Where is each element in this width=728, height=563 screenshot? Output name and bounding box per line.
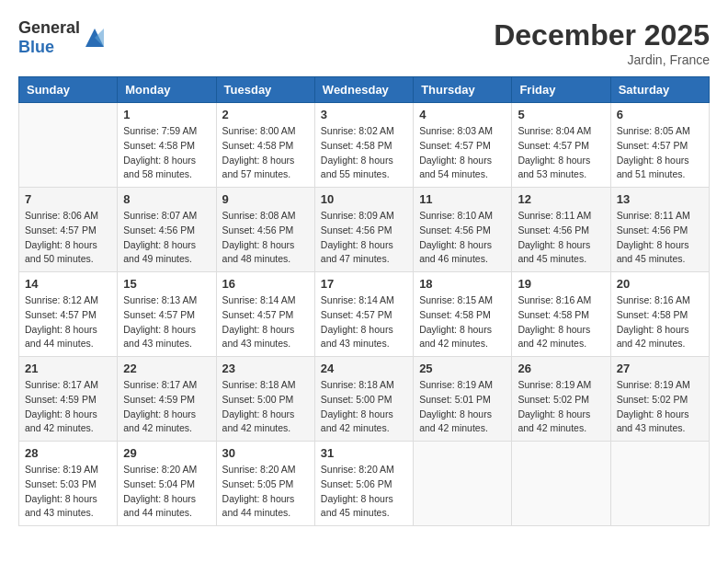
- weekday-header-wednesday: Wednesday: [314, 77, 413, 103]
- day-info: Sunrise: 8:11 AMSunset: 4:56 PMDaylight:…: [518, 209, 604, 267]
- location-label: Jardin, France: [494, 52, 710, 67]
- day-info: Sunrise: 8:08 AMSunset: 4:56 PMDaylight:…: [222, 209, 309, 267]
- calendar-day-cell: [610, 442, 709, 526]
- day-info: Sunrise: 8:15 AMSunset: 4:58 PMDaylight:…: [419, 293, 506, 351]
- day-number: 20: [617, 277, 703, 291]
- calendar-day-cell: [19, 103, 118, 188]
- calendar-day-cell: 9Sunrise: 8:08 AMSunset: 4:56 PMDaylight…: [216, 188, 314, 272]
- calendar-day-cell: [414, 442, 512, 526]
- weekday-header-row: SundayMondayTuesdayWednesdayThursdayFrid…: [19, 77, 710, 103]
- calendar-day-cell: 3Sunrise: 8:02 AMSunset: 4:58 PMDaylight…: [314, 103, 413, 188]
- logo-blue: Blue: [18, 38, 54, 56]
- calendar-week-row: 7Sunrise: 8:06 AMSunset: 4:57 PMDaylight…: [19, 188, 710, 272]
- day-number: 15: [123, 277, 210, 291]
- calendar-day-cell: 2Sunrise: 8:00 AMSunset: 4:58 PMDaylight…: [216, 103, 314, 188]
- calendar-day-cell: 17Sunrise: 8:14 AMSunset: 4:57 PMDayligh…: [314, 272, 413, 357]
- calendar-day-cell: 8Sunrise: 8:07 AMSunset: 4:56 PMDaylight…: [118, 188, 216, 272]
- day-number: 1: [123, 108, 210, 121]
- calendar-day-cell: 15Sunrise: 8:13 AMSunset: 4:57 PMDayligh…: [118, 272, 216, 357]
- day-number: 28: [25, 446, 111, 460]
- calendar-day-cell: 26Sunrise: 8:19 AMSunset: 5:02 PMDayligh…: [512, 357, 610, 442]
- day-number: 17: [321, 277, 407, 291]
- day-number: 25: [419, 362, 506, 375]
- title-section: December 2025 Jardin, France: [494, 18, 710, 67]
- calendar-day-cell: [512, 442, 610, 526]
- day-info: Sunrise: 8:14 AMSunset: 4:57 PMDaylight:…: [321, 293, 407, 351]
- page-header: General Blue December 2025 Jardin, Franc…: [18, 18, 710, 67]
- weekday-header-sunday: Sunday: [19, 77, 118, 103]
- calendar-day-cell: 14Sunrise: 8:12 AMSunset: 4:57 PMDayligh…: [19, 272, 118, 357]
- day-number: 4: [419, 108, 506, 121]
- day-number: 5: [518, 108, 604, 121]
- day-number: 8: [123, 192, 210, 206]
- calendar-day-cell: 19Sunrise: 8:16 AMSunset: 4:58 PMDayligh…: [512, 272, 610, 357]
- logo: General Blue: [18, 18, 108, 57]
- day-info: Sunrise: 7:59 AMSunset: 4:58 PMDaylight:…: [123, 124, 210, 182]
- day-info: Sunrise: 8:06 AMSunset: 4:57 PMDaylight:…: [25, 209, 111, 267]
- calendar-day-cell: 23Sunrise: 8:18 AMSunset: 5:00 PMDayligh…: [216, 357, 314, 442]
- calendar-day-cell: 10Sunrise: 8:09 AMSunset: 4:56 PMDayligh…: [314, 188, 413, 272]
- day-info: Sunrise: 8:02 AMSunset: 4:58 PMDaylight:…: [321, 124, 407, 182]
- day-number: 29: [123, 446, 210, 460]
- calendar-day-cell: 13Sunrise: 8:11 AMSunset: 4:56 PMDayligh…: [610, 188, 709, 272]
- day-info: Sunrise: 8:19 AMSunset: 5:01 PMDaylight:…: [419, 378, 506, 436]
- day-info: Sunrise: 8:11 AMSunset: 4:56 PMDaylight:…: [617, 209, 703, 267]
- day-number: 2: [222, 108, 309, 121]
- logo-general: General: [18, 18, 80, 37]
- calendar-table: SundayMondayTuesdayWednesdayThursdayFrid…: [18, 76, 710, 526]
- day-number: 31: [321, 446, 407, 460]
- calendar-day-cell: 27Sunrise: 8:19 AMSunset: 5:02 PMDayligh…: [610, 357, 709, 442]
- day-info: Sunrise: 8:20 AMSunset: 5:04 PMDaylight:…: [123, 463, 210, 521]
- calendar-day-cell: 25Sunrise: 8:19 AMSunset: 5:01 PMDayligh…: [414, 357, 512, 442]
- day-number: 14: [25, 277, 111, 291]
- day-number: 6: [617, 108, 703, 121]
- day-info: Sunrise: 8:00 AMSunset: 4:58 PMDaylight:…: [222, 124, 309, 182]
- day-info: Sunrise: 8:16 AMSunset: 4:58 PMDaylight:…: [518, 293, 604, 351]
- day-info: Sunrise: 8:07 AMSunset: 4:56 PMDaylight:…: [123, 209, 210, 267]
- calendar-day-cell: 31Sunrise: 8:20 AMSunset: 5:06 PMDayligh…: [314, 442, 413, 526]
- day-info: Sunrise: 8:09 AMSunset: 4:56 PMDaylight:…: [321, 209, 407, 267]
- weekday-header-tuesday: Tuesday: [216, 77, 314, 103]
- day-info: Sunrise: 8:18 AMSunset: 5:00 PMDaylight:…: [222, 378, 309, 436]
- logo-text: General Blue: [18, 18, 80, 57]
- day-number: 13: [617, 192, 703, 206]
- logo-icon: [82, 25, 108, 51]
- day-number: 27: [617, 362, 703, 375]
- day-info: Sunrise: 8:17 AMSunset: 4:59 PMDaylight:…: [123, 378, 210, 436]
- calendar-week-row: 21Sunrise: 8:17 AMSunset: 4:59 PMDayligh…: [19, 357, 710, 442]
- calendar-day-cell: 29Sunrise: 8:20 AMSunset: 5:04 PMDayligh…: [118, 442, 216, 526]
- day-number: 16: [222, 277, 309, 291]
- day-info: Sunrise: 8:19 AMSunset: 5:02 PMDaylight:…: [518, 378, 604, 436]
- day-info: Sunrise: 8:10 AMSunset: 4:56 PMDaylight:…: [419, 209, 506, 267]
- calendar-day-cell: 5Sunrise: 8:04 AMSunset: 4:57 PMDaylight…: [512, 103, 610, 188]
- day-number: 10: [321, 192, 407, 206]
- calendar-day-cell: 4Sunrise: 8:03 AMSunset: 4:57 PMDaylight…: [414, 103, 512, 188]
- calendar-day-cell: 12Sunrise: 8:11 AMSunset: 4:56 PMDayligh…: [512, 188, 610, 272]
- day-info: Sunrise: 8:19 AMSunset: 5:02 PMDaylight:…: [617, 378, 703, 436]
- calendar-day-cell: 28Sunrise: 8:19 AMSunset: 5:03 PMDayligh…: [19, 442, 118, 526]
- calendar-week-row: 1Sunrise: 7:59 AMSunset: 4:58 PMDaylight…: [19, 103, 710, 188]
- calendar-day-cell: 21Sunrise: 8:17 AMSunset: 4:59 PMDayligh…: [19, 357, 118, 442]
- calendar-day-cell: 16Sunrise: 8:14 AMSunset: 4:57 PMDayligh…: [216, 272, 314, 357]
- calendar-week-row: 14Sunrise: 8:12 AMSunset: 4:57 PMDayligh…: [19, 272, 710, 357]
- calendar-day-cell: 20Sunrise: 8:16 AMSunset: 4:58 PMDayligh…: [610, 272, 709, 357]
- day-info: Sunrise: 8:20 AMSunset: 5:06 PMDaylight:…: [321, 463, 407, 521]
- day-info: Sunrise: 8:14 AMSunset: 4:57 PMDaylight:…: [222, 293, 309, 351]
- day-number: 7: [25, 192, 111, 206]
- day-number: 11: [419, 192, 506, 206]
- weekday-header-friday: Friday: [512, 77, 610, 103]
- weekday-header-thursday: Thursday: [414, 77, 512, 103]
- month-year-title: December 2025: [494, 18, 710, 52]
- calendar-day-cell: 22Sunrise: 8:17 AMSunset: 4:59 PMDayligh…: [118, 357, 216, 442]
- day-info: Sunrise: 8:05 AMSunset: 4:57 PMDaylight:…: [617, 124, 703, 182]
- day-number: 18: [419, 277, 506, 291]
- day-number: 12: [518, 192, 604, 206]
- day-number: 21: [25, 362, 111, 375]
- day-info: Sunrise: 8:03 AMSunset: 4:57 PMDaylight:…: [419, 124, 506, 182]
- day-info: Sunrise: 8:04 AMSunset: 4:57 PMDaylight:…: [518, 124, 604, 182]
- day-info: Sunrise: 8:18 AMSunset: 5:00 PMDaylight:…: [321, 378, 407, 436]
- calendar-day-cell: 30Sunrise: 8:20 AMSunset: 5:05 PMDayligh…: [216, 442, 314, 526]
- day-info: Sunrise: 8:12 AMSunset: 4:57 PMDaylight:…: [25, 293, 111, 351]
- calendar-day-cell: 24Sunrise: 8:18 AMSunset: 5:00 PMDayligh…: [314, 357, 413, 442]
- calendar-day-cell: 7Sunrise: 8:06 AMSunset: 4:57 PMDaylight…: [19, 188, 118, 272]
